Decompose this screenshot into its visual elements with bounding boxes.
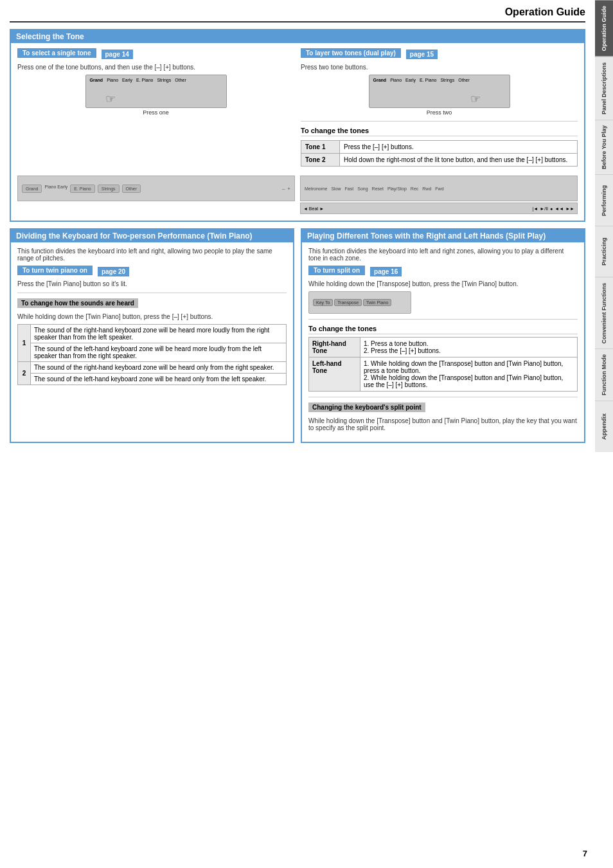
turn-on-page: page 20 xyxy=(98,267,129,276)
turn-on-header: To turn twin piano on page 20 xyxy=(17,266,287,278)
twin-piano-title: Dividing the Keyboard for Two-person Per… xyxy=(11,230,293,242)
table-row: 2 The sound of the right-hand keyboard z… xyxy=(18,362,287,374)
split-change-tones-table: Right-hand Tone 1. Press a tone button. … xyxy=(308,337,578,392)
selecting-tone-section: Selecting the Tone To select a single to… xyxy=(10,29,585,222)
turn-split-header: To turn split on page 16 xyxy=(308,266,578,278)
single-tone-label: To select a single tone xyxy=(17,48,96,58)
single-tone-panel: To select a single tone page 14 Press on… xyxy=(17,48,294,167)
table-row: The sound of the left-hand keyboard zone… xyxy=(18,343,287,362)
finger-icon-2: ☞ xyxy=(470,92,481,106)
table-row: Left-hand Tone 1. While holding down the… xyxy=(309,357,578,392)
change-sounds-header: To change how the sounds are heard xyxy=(17,298,287,311)
single-tone-desc: Press one of the tone buttons, and then … xyxy=(17,64,294,71)
page-title: Operation Guide xyxy=(505,6,585,17)
split-keyboard-mockup: Key To Transpose Twin Piano xyxy=(308,291,411,314)
kb-bar-left: Grand Piano Early E. Piano Strings Other… xyxy=(17,176,295,201)
split-play-section: Playing Different Tones with the Right a… xyxy=(301,228,585,443)
layer-tone-desc: Press two tone buttons. xyxy=(301,64,578,71)
split-point-label: Changing the keyboard's split point xyxy=(308,402,425,412)
change-sounds-label: To change how the sounds are heard xyxy=(17,298,138,308)
change-sounds-table: 1 The sound of the right-hand keyboard z… xyxy=(17,324,287,385)
left-hand-desc: 1. While holding down the [Transpose] bu… xyxy=(360,357,578,392)
row2-line1: The sound of the right-hand keyboard zon… xyxy=(31,362,287,374)
tab-appendix[interactable]: Appendix xyxy=(595,401,613,452)
turn-split-label: To turn split on xyxy=(308,266,365,275)
tab-performing[interactable]: Performing xyxy=(595,174,613,226)
num-1: 1 xyxy=(18,325,31,362)
right-controls-bar: Metronome Slow Fast Song Reset Play/Stop… xyxy=(300,173,578,214)
layer-tone-panel: To layer two tones (dual play) page 15 P… xyxy=(301,48,578,167)
side-tabs-container: Operation Guide Panel Descriptions Befor… xyxy=(595,0,613,868)
twin-piano-desc: This function divides the keyboard into … xyxy=(17,248,287,262)
right-hand-label: Right-hand Tone xyxy=(309,338,360,357)
tab-convenient-functions[interactable]: Convenient Functions xyxy=(595,277,613,349)
single-tone-page: page 14 xyxy=(102,50,133,59)
table-row: The sound of the left-hand keyboard zone… xyxy=(18,374,287,385)
tab-operation-guide[interactable]: Operation Guide xyxy=(595,0,613,57)
row1-line1: The sound of the right-hand keyboard zon… xyxy=(31,325,287,343)
tab-panel-descriptions[interactable]: Panel Descriptions xyxy=(595,57,613,120)
change-tones-header: To change the tones xyxy=(301,127,578,136)
selecting-tone-grid: To select a single tone page 14 Press on… xyxy=(17,48,578,167)
split-play-desc: This function divides the keyboard into … xyxy=(308,248,578,262)
left-kb-bar: Grand Piano Early E. Piano Strings Other… xyxy=(17,173,295,214)
bottom-grid: Dividing the Keyboard for Two-person Per… xyxy=(10,228,585,449)
tone1-desc: Press the [–] [+] buttons. xyxy=(340,141,578,154)
right-hand-desc: 1. Press a tone button. 2. Press the [–]… xyxy=(360,338,578,357)
bottom-keyboard-area: Grand Piano Early E. Piano Strings Other… xyxy=(17,173,578,214)
split-change-tones-header: To change the tones xyxy=(308,325,578,334)
tone2-label: Tone 2 xyxy=(301,154,340,167)
tab-before-you-play[interactable]: Before You Play xyxy=(595,120,613,174)
page-number: 7 xyxy=(583,849,587,858)
single-tone-keyboard: Grand Piano Early E. Piano Strings Other… xyxy=(85,75,227,108)
tab-practicing[interactable]: Practicing xyxy=(595,226,613,277)
turn-on-desc: Press the [Twin Piano] button so it's li… xyxy=(17,280,287,287)
row1-line2: The sound of the left-hand keyboard zone… xyxy=(31,343,287,362)
twin-piano-section: Dividing the Keyboard for Two-person Per… xyxy=(10,228,294,443)
split-play-title: Playing Different Tones with the Right a… xyxy=(302,230,584,242)
main-content: Operation Guide Selecting the Tone To se… xyxy=(0,0,595,462)
selecting-tone-title: Selecting the Tone xyxy=(11,30,584,43)
split-point-container: Changing the keyboard's split point xyxy=(308,402,578,415)
change-sounds-desc: While holding down the [Twin Piano] butt… xyxy=(17,313,287,320)
table-row: Right-hand Tone 1. Press a tone button. … xyxy=(309,338,578,357)
row2-line2: The sound of the left-hand keyboard zone… xyxy=(31,374,287,385)
layer-tone-label: To layer two tones (dual play) xyxy=(301,48,401,58)
page-header: Operation Guide xyxy=(10,6,585,23)
press-one-label: Press one xyxy=(17,109,294,116)
tone1-label: Tone 1 xyxy=(301,141,340,154)
turn-split-page: page 16 xyxy=(370,267,402,276)
left-hand-label: Left-hand Tone xyxy=(309,357,360,392)
kb-bar-right: Metronome Slow Fast Song Reset Play/Stop… xyxy=(300,176,578,201)
press-two-label: Press two xyxy=(301,109,578,116)
layer-tone-keyboard: Grand Piano Early E. Piano Strings Other… xyxy=(369,75,510,108)
split-point-desc: While holding down the [Transpose] butto… xyxy=(308,417,578,431)
table-row: 1 The sound of the right-hand keyboard z… xyxy=(18,325,287,343)
tone2-desc: Hold down the right-most of the lit tone… xyxy=(340,154,578,167)
change-tones-table: Tone 1 Press the [–] [+] buttons. Tone 2… xyxy=(301,140,578,167)
tab-function-mode[interactable]: Function Mode xyxy=(595,348,613,401)
turn-split-desc: While holding down the [Transpose] butto… xyxy=(308,280,578,287)
turn-on-label: To turn twin piano on xyxy=(17,266,93,275)
finger-icon: ☞ xyxy=(105,92,116,106)
num-2: 2 xyxy=(18,362,31,385)
layer-tone-page: page 15 xyxy=(406,50,438,59)
